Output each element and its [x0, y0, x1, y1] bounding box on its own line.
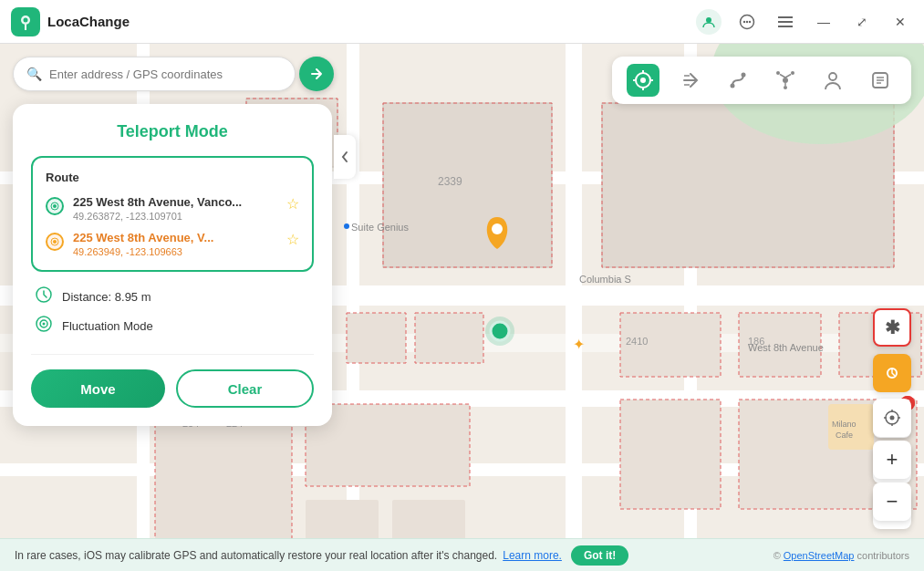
svg-text:Suite Genius: Suite Genius — [351, 222, 409, 233]
panel-divider — [31, 354, 314, 355]
titlebar-right: — ⤢ ✕ — [696, 9, 913, 35]
menu-icon[interactable] — [773, 9, 798, 35]
svg-point-108 — [890, 416, 895, 420]
start-favorite-button[interactable]: ☆ — [286, 195, 299, 213]
clear-button[interactable]: Clear — [176, 369, 314, 408]
teleport-mode-button[interactable] — [627, 64, 659, 97]
info-section: Distance: 8.95 m Fluctuation Mode — [31, 286, 314, 336]
svg-point-2 — [706, 17, 711, 23]
svg-point-84 — [783, 78, 788, 83]
start-route-info: 225 West 8th Avenue, Vanco... 49.263872,… — [73, 195, 277, 222]
svg-point-77 — [640, 78, 646, 83]
map-container: Columbia S West 8th Avenue West 8th Aven… — [0, 44, 924, 571]
svg-point-67 — [344, 223, 349, 229]
svg-point-99 — [53, 240, 57, 244]
notification-message: In rare cases, iOS may calibrate GPS and… — [15, 549, 497, 562]
end-coords: 49.263949, -123.109663 — [73, 246, 277, 257]
asterisk-button[interactable]: ✱ — [873, 308, 911, 347]
search-box[interactable]: 🔍 — [13, 57, 296, 91]
search-icon: 🔍 — [26, 67, 42, 81]
svg-point-71 — [492, 223, 503, 234]
maximize-button[interactable]: ⤢ — [849, 9, 875, 35]
svg-point-83 — [742, 73, 746, 78]
svg-text:186: 186 — [748, 336, 764, 347]
end-dot — [46, 233, 64, 251]
start-dot — [46, 197, 64, 215]
teleport-panel: Teleport Mode Route 225 West 8th Avenue,… — [13, 104, 332, 426]
share-button[interactable] — [299, 57, 334, 91]
svg-line-88 — [780, 75, 785, 78]
svg-rect-35 — [620, 400, 721, 509]
avatar-icon[interactable] — [696, 9, 722, 35]
titlebar-left: LocaChange — [11, 7, 130, 36]
start-address: 225 West 8th Avenue, Vanco... — [73, 195, 277, 209]
app-title: LocaChange — [47, 14, 130, 29]
svg-point-87 — [784, 86, 787, 89]
end-address: 225 West 8th Avenue, V... — [73, 231, 277, 244]
close-button[interactable]: ✕ — [888, 9, 913, 35]
orange-action-button[interactable] — [873, 354, 911, 392]
search-input[interactable] — [49, 67, 282, 81]
osm-link[interactable]: OpenStreetMap — [784, 550, 855, 561]
distance-icon — [35, 286, 53, 306]
end-route-item: 225 West 8th Avenue, V... 49.263949, -12… — [46, 231, 299, 257]
svg-point-4 — [743, 20, 745, 22]
chat-icon[interactable] — [734, 9, 760, 35]
zoom-in-button[interactable]: + — [873, 441, 911, 479]
end-favorite-button[interactable]: ☆ — [286, 231, 299, 248]
svg-point-6 — [749, 20, 751, 22]
svg-line-89 — [785, 75, 791, 78]
branch-mode-button[interactable] — [769, 64, 802, 97]
minimize-button[interactable]: — — [811, 9, 836, 35]
svg-point-86 — [791, 71, 794, 75]
panel-actions: Move Clear — [31, 369, 314, 408]
svg-point-73 — [485, 317, 514, 346]
svg-text:Milano: Milano — [832, 420, 857, 429]
panel-title: Teleport Mode — [31, 122, 314, 141]
learn-more-link[interactable]: Learn more. — [503, 549, 562, 562]
titlebar: LocaChange — ⤢ ✕ — [0, 0, 924, 44]
route-label: Route — [46, 171, 299, 184]
route-box: Route 225 West 8th Avenue, Vanco... 49.2… — [31, 156, 314, 272]
svg-rect-16 — [347, 44, 359, 571]
locate-button[interactable] — [873, 399, 911, 437]
svg-rect-40 — [392, 500, 465, 541]
zoom-controls: + − — [873, 399, 911, 521]
distance-label: Distance: 8.95 m — [62, 290, 151, 304]
start-coords: 49.263872, -123.109701 — [73, 211, 277, 222]
svg-point-91 — [829, 73, 836, 80]
distance-row: Distance: 8.95 m — [35, 286, 310, 306]
history-mode-button[interactable] — [864, 64, 897, 97]
svg-text:2410: 2410 — [626, 336, 648, 347]
person-mode-button[interactable] — [816, 64, 849, 97]
fluctuation-label: Fluctuation Mode — [62, 319, 153, 333]
fluctuation-row: Fluctuation Mode — [35, 316, 310, 336]
route-mode-button[interactable] — [722, 64, 754, 97]
svg-point-85 — [776, 71, 780, 75]
bottom-notification-bar: In rare cases, iOS may calibrate GPS and… — [0, 538, 924, 571]
svg-point-103 — [43, 323, 46, 326]
osm-credit: © OpenStreetMap contributors — [773, 550, 909, 561]
move-button[interactable]: Move — [31, 369, 165, 408]
collapse-panel-button[interactable] — [334, 135, 356, 179]
svg-text:Cafe: Cafe — [836, 431, 853, 440]
app-logo — [11, 7, 40, 36]
svg-point-1 — [24, 17, 28, 22]
svg-point-82 — [731, 84, 735, 88]
svg-rect-15 — [566, 44, 582, 571]
got-it-button[interactable]: Got it! — [571, 545, 628, 566]
svg-text:✦: ✦ — [573, 337, 585, 352]
svg-text:Columbia S: Columbia S — [579, 274, 631, 285]
svg-rect-29 — [415, 313, 483, 363]
zoom-out-button[interactable]: − — [873, 483, 911, 521]
mode-toolbar — [612, 57, 911, 104]
start-route-item: 225 West 8th Avenue, Vanco... 49.263872,… — [46, 195, 299, 222]
svg-point-5 — [746, 20, 748, 22]
svg-rect-28 — [347, 313, 406, 363]
walk-mode-button[interactable] — [674, 64, 707, 97]
svg-text:2339: 2339 — [438, 175, 462, 188]
fluctuation-icon — [35, 316, 53, 336]
svg-rect-39 — [306, 500, 379, 541]
svg-point-97 — [53, 204, 57, 208]
svg-rect-24 — [383, 103, 552, 267]
